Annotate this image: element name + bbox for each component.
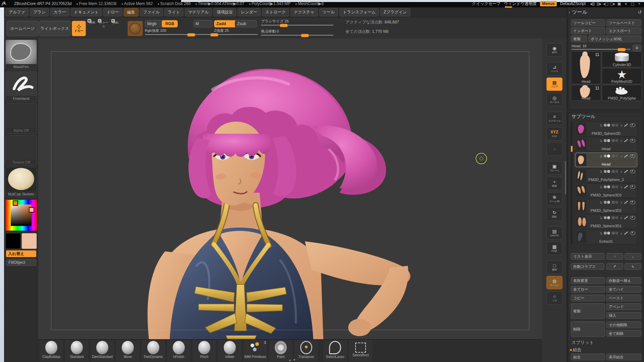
menus-toggle-button[interactable]: Menus xyxy=(540,1,557,6)
visibility-eye-icon[interactable] xyxy=(630,170,635,173)
shade-icon[interactable] xyxy=(612,124,615,127)
tool-thumbnail[interactable]: 11Head xyxy=(571,51,601,84)
auto-sort-button[interactable]: 自動並べ替え xyxy=(606,277,641,284)
brush-slot[interactable]: Standard xyxy=(64,340,89,362)
color-picker[interactable] xyxy=(5,200,37,231)
right-shelf-button[interactable]: ▦ フロア xyxy=(546,77,562,91)
window-control-icon[interactable]: |||▸ xyxy=(596,2,602,6)
left-tray-slot[interactable]: Texture Off xyxy=(5,135,37,166)
import-button[interactable]: インポート xyxy=(571,27,605,34)
right-shelf-button[interactable]: ◉ BPR xyxy=(546,43,562,57)
menu-item[interactable]: カラー xyxy=(50,8,69,16)
brush-slot[interactable]: 3 IMM Primitives xyxy=(243,340,268,362)
half-visibility-icon[interactable]: ◑ xyxy=(620,216,622,220)
brush-slot[interactable]: Move xyxy=(115,340,140,362)
polypaint-icon[interactable] xyxy=(604,170,607,173)
lightbox-button[interactable]: ライトボックス xyxy=(39,21,70,36)
shade-icon[interactable] xyxy=(612,139,615,142)
paste-button[interactable]: ペースト xyxy=(606,295,641,301)
half-visibility-icon[interactable]: ◑ xyxy=(620,139,622,142)
right-shelf-button[interactable]: ⊿ パース xyxy=(546,62,562,75)
window-control-icon[interactable]: ▣ xyxy=(616,2,623,6)
right-shelf-button[interactable]: □ 透明 xyxy=(546,260,562,274)
clone-button[interactable]: 複製 xyxy=(571,36,587,42)
menu-item[interactable]: ストローク xyxy=(262,8,289,16)
collapse-arrow-icon[interactable]: ↴ xyxy=(599,170,602,173)
tool-thumbnail[interactable]: 11Head xyxy=(571,85,601,101)
menu-item[interactable]: アルファ xyxy=(5,8,29,16)
menu-item[interactable]: レンダー xyxy=(237,8,261,16)
mrgb-button[interactable]: Mrgb xyxy=(145,20,163,27)
hue-marker[interactable] xyxy=(13,200,18,206)
auto-collapse-button[interactable]: 自動コラプス xyxy=(571,263,604,270)
menu-item[interactable]: ライト xyxy=(164,8,183,16)
collapse-arrow-icon[interactable]: ↴ xyxy=(599,232,602,235)
right-shelf-button[interactable]: ◍ ゴースト xyxy=(546,276,562,289)
half-visibility-icon[interactable]: ◑ xyxy=(620,201,622,204)
right-shelf-button[interactable]: XYZ XYZ xyxy=(546,127,562,140)
r-button[interactable]: R xyxy=(633,45,641,51)
main-color-swatch[interactable] xyxy=(5,233,21,249)
subtool-row[interactable]: ↴◑PM3D_Sphere3D xyxy=(575,122,637,136)
brush-slot[interactable]: SelectLasso xyxy=(323,340,347,362)
right-shelf-button[interactable]: ◌ xyxy=(546,142,562,156)
subtool-controls[interactable]: ↴◑ xyxy=(599,200,635,204)
polypaint-icon[interactable] xyxy=(604,155,607,158)
edit-name-icon[interactable] xyxy=(624,123,628,127)
subtool-row[interactable]: ↴◑PM3D_Sphere3D3 xyxy=(575,183,637,198)
shade-icon[interactable] xyxy=(612,170,615,173)
split-section-header[interactable]: スプリット xyxy=(572,340,594,346)
shade-icon[interactable] xyxy=(612,201,615,204)
visibility-eye-icon[interactable] xyxy=(630,139,635,142)
visibility-eye-icon[interactable] xyxy=(630,216,635,220)
half-visibility-icon[interactable]: ◑ xyxy=(620,155,622,158)
collapse-arrow-icon[interactable]: ↴ xyxy=(599,124,602,127)
reset-palette-icon[interactable]: ↺ xyxy=(638,9,642,15)
tool-thumbnail[interactable]: Cylinder3D xyxy=(602,51,642,67)
visibility-eye-icon[interactable] xyxy=(630,200,635,204)
shade-icon[interactable] xyxy=(612,155,615,158)
half-visibility-icon[interactable]: ◑ xyxy=(620,232,622,235)
brush-slot[interactable]: Transpose xyxy=(294,340,319,362)
right-shelf-button[interactable]: ＋ 移動 xyxy=(546,177,562,190)
brush-slot[interactable]: Pinch xyxy=(192,340,217,362)
sculpt-viewport[interactable] xyxy=(38,39,542,339)
fill-object-button[interactable]: FillObject xyxy=(6,259,36,266)
edit-name-icon[interactable] xyxy=(624,231,628,235)
left-tray-slot[interactable]: FreeHand xyxy=(5,71,37,102)
shade-icon[interactable] xyxy=(612,232,615,235)
collapse-arrow-icon[interactable]: ↴ xyxy=(599,155,602,158)
right-shelf-button[interactable]: ◎ ローカル xyxy=(546,93,562,106)
merge-visible-button[interactable]: 表示結合 xyxy=(606,354,641,360)
half-visibility-icon[interactable]: ◑ xyxy=(620,124,622,127)
collapse-arrow-icon[interactable]: ↴ xyxy=(599,216,602,220)
insert-button[interactable]: 挿入 xyxy=(606,312,641,319)
gizmo-button[interactable]: 移動 xyxy=(87,21,97,35)
list-view-button[interactable]: リスト表示 xyxy=(571,253,604,260)
menu-item[interactable]: ツール xyxy=(319,8,338,16)
menu-item[interactable]: ドキュメント xyxy=(71,8,102,16)
shift-down-button[interactable]: ↳ xyxy=(625,263,641,270)
subtool-row[interactable]: ↴◑Extract1 xyxy=(575,230,637,244)
right-shelf-button[interactable]: ≡ スクロール xyxy=(546,112,562,125)
homepage-button[interactable]: ホームページ xyxy=(7,21,38,36)
brush-slot[interactable]: hPolish xyxy=(166,340,191,362)
subtool-controls[interactable]: ↴◑ xyxy=(599,123,635,127)
subtool-down-button[interactable]: ↓ xyxy=(625,253,641,260)
menu-item[interactable]: ブラシ xyxy=(30,8,49,16)
menu-item[interactable]: Zプラグイン xyxy=(380,8,410,16)
subtool-row[interactable]: ↴◑PM3D_PolySphere_3 xyxy=(575,168,637,183)
draw-mode-button[interactable]: -¦- ドロー xyxy=(72,21,86,36)
visibility-eye-icon[interactable] xyxy=(630,154,635,158)
brush-slot[interactable]: DamStandard xyxy=(90,340,115,362)
left-tray-slot[interactable]: MatCap Skeleto xyxy=(5,167,37,197)
window-control-icon[interactable]: ◂||| xyxy=(589,2,596,6)
rgb-intensity-slider[interactable]: Rgb強度 100 xyxy=(145,28,195,35)
merge-button[interactable]: 結合 xyxy=(571,354,605,360)
gizmo-button[interactable]: スケール xyxy=(99,21,109,35)
brush-size-slider[interactable]: ブラシサイズ 25 xyxy=(261,19,333,25)
subtool-controls[interactable]: ↴◑ xyxy=(599,170,635,173)
shade-icon[interactable] xyxy=(612,216,615,219)
zadd-button[interactable]: Zadd xyxy=(214,20,236,27)
visibility-eye-icon[interactable] xyxy=(630,123,635,127)
